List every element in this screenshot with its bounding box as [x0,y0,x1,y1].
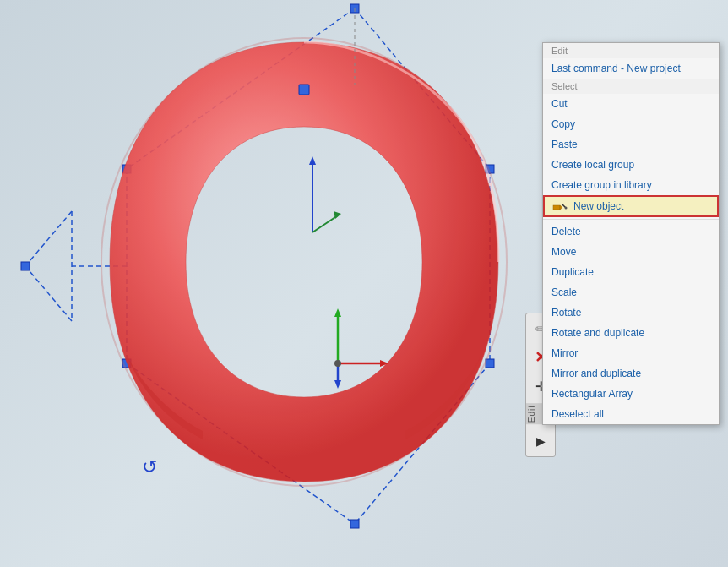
menu-section-header: Select [543,79,719,94]
menu-item[interactable]: Rotate [543,303,719,323]
menu-item-label: Paste [551,139,578,150]
svg-point-28 [334,360,341,367]
svg-line-8 [25,211,72,266]
next-button[interactable]: ▶ [529,429,552,453]
menu-item-label: Copy [551,118,575,130]
menu-item[interactable]: New object [543,195,719,217]
svg-marker-24 [334,308,341,317]
menu-item[interactable]: Rotate and duplicate [543,323,719,343]
menu-item[interactable]: Mirror [543,343,719,363]
menu-item-label: Rotate [551,307,581,319]
menu-item-label: Last command - New project [551,63,681,74]
menu-section-header: Edit [543,43,719,58]
menu-item[interactable]: Rectangular Array [543,384,719,404]
menu-item[interactable]: Duplicate [543,262,719,282]
menu-item[interactable]: Create group in library [543,175,719,195]
menu-item[interactable]: Paste [543,134,719,155]
svg-marker-33 [560,205,562,210]
arrow-icon: ▶ [536,434,546,448]
menu-item-label: Mirror and duplicate [551,368,641,379]
menu-item-label: Rotate and duplicate [551,327,644,339]
svg-text:↺: ↺ [142,456,157,477]
menu-divider [543,219,719,220]
menu-item-label: Delete [551,226,581,237]
menu-item-label: Move [551,246,576,258]
3d-viewport[interactable]: ↺ EditLast command - New projectSelectCu… [0,0,728,567]
menu-item[interactable]: Last command - New project [543,58,719,79]
menu-item-label: Deselect all [551,408,604,420]
new-object-icon [551,199,568,213]
menu-item-label: New object [573,200,623,212]
menu-item-label: Duplicate [551,266,594,278]
menu-item-label: Cut [551,98,568,110]
menu-item[interactable]: Deselect all [543,404,719,424]
svg-line-21 [312,215,338,232]
menu-item-label: Rectangular Array [551,388,633,400]
menu-item-label: Scale [551,286,577,298]
menu-item[interactable]: Create local group [543,155,719,175]
svg-point-35 [565,207,568,210]
context-menu[interactable]: EditLast command - New projectSelectCutC… [542,42,720,425]
svg-rect-11 [350,520,359,528]
menu-item-label: Mirror [551,347,578,359]
menu-item[interactable]: Delete [543,221,719,242]
svg-rect-18 [299,85,309,95]
menu-item-label: Create local group [551,159,634,171]
menu-item[interactable]: Cut [543,94,719,114]
menu-item-label: Create group in library [551,179,652,191]
menu-item[interactable]: Mirror and duplicate [543,363,719,384]
svg-marker-20 [309,156,316,165]
svg-line-9 [25,266,72,321]
svg-rect-32 [553,205,560,210]
svg-marker-29 [334,380,341,389]
svg-rect-16 [21,262,30,270]
menu-item[interactable]: Copy [543,114,719,134]
menu-item[interactable]: Move [543,242,719,262]
menu-item[interactable]: Scale [543,282,719,303]
